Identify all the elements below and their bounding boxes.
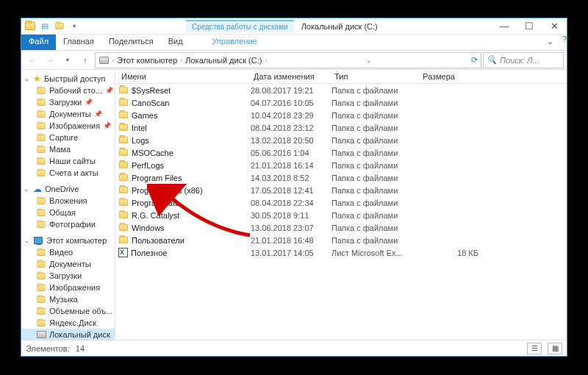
refresh-icon[interactable]: ⟳ [471, 55, 478, 65]
file-date: 13.01.2017 14:05 [251, 249, 331, 257]
column-header-date[interactable]: Дата изменения [251, 72, 331, 81]
file-type: Папка с файлами [331, 149, 420, 157]
file-row[interactable]: $SysReset 28.08.2017 19:21 Папка с файла… [115, 84, 567, 96]
sidebar-item[interactable]: Загрузки [21, 270, 115, 282]
sidebar-item[interactable]: Локальный диск [21, 329, 115, 340]
minimize-button[interactable]: ― [492, 18, 517, 35]
folder-icon [36, 271, 46, 281]
sidebar-item-label: Документы [49, 260, 91, 268]
sidebar-header-quickaccess[interactable]: ⌄ ★ Быстрый доступ [21, 73, 115, 85]
sidebar-label: OneDrive [45, 185, 79, 193]
title-bar: ▤ ▾ Средства работы с дисками Локальный … [21, 18, 567, 35]
file-date: 28.08.2017 19:21 [251, 86, 331, 95]
file-date: 13.06.2018 23:07 [251, 224, 331, 232]
sidebar-item[interactable]: Загрузки📌 [21, 96, 115, 108]
file-type: Папка с файлами [331, 224, 420, 232]
file-name: Program Files (x86) [132, 186, 203, 195]
file-row[interactable]: CanoScan 04.07.2016 10:05 Папка с файлам… [115, 96, 567, 109]
sidebar-item[interactable]: Рабочий сто...📌 [21, 85, 115, 96]
contextual-tab-group: Средства работы с дисками [186, 20, 294, 32]
sidebar-item[interactable]: Документы [21, 258, 115, 270]
tab-home[interactable]: Главная [56, 35, 101, 50]
address-bar[interactable]: › Этот компьютер › Локальный диск (C:) ›… [95, 52, 481, 68]
file-type: Папка с файлами [331, 186, 420, 195]
sidebar-item[interactable]: Общая [21, 207, 115, 218]
app-icon [24, 21, 36, 32]
sidebar-item[interactable]: Счета и акты [21, 167, 115, 179]
sidebar-item[interactable]: Наши сайты [21, 155, 115, 167]
tab-manage[interactable]: Управление [205, 35, 265, 50]
status-count-label: Элементов: [26, 344, 70, 353]
sidebar-item-label: Музыка [49, 295, 78, 304]
folder-icon [36, 156, 46, 166]
folder-icon [119, 137, 128, 143]
sidebar-header-onedrive[interactable]: ⌄ ☁ OneDrive [21, 183, 115, 195]
file-row[interactable]: MSOCache 05.06.2016 1:04 Папка с файлами [115, 146, 567, 159]
view-details-button[interactable]: ☰ [527, 343, 542, 354]
excel-icon [118, 248, 128, 257]
sidebar-item[interactable]: Музыка [21, 293, 115, 305]
breadcrumb-drive[interactable]: Локальный диск (C:) [185, 56, 262, 65]
pin-icon: 📌 [103, 122, 111, 129]
file-list[interactable]: $SysReset 28.08.2017 19:21 Папка с файла… [115, 84, 567, 340]
column-header-name[interactable]: Имени [118, 72, 251, 81]
folder-icon [119, 124, 128, 131]
sidebar-item[interactable]: Яндекс.Диск [21, 317, 115, 329]
sidebar-item[interactable]: Изображения [21, 282, 115, 293]
nav-forward-button[interactable]: → [42, 52, 58, 68]
sidebar-item[interactable]: Видео [21, 246, 115, 258]
address-dropdown-icon[interactable]: ⌄ [366, 57, 372, 64]
folder-icon [119, 149, 128, 156]
file-row[interactable]: Intel 08.04.2018 23:12 Папка с файлами [115, 121, 567, 134]
file-row[interactable]: Windows 13.06.2018 23:07 Папка с файлами [115, 221, 567, 234]
sidebar-item-label: Изображения [49, 283, 100, 292]
close-button[interactable]: ✕ [542, 18, 567, 35]
chevron-right-icon[interactable]: › [180, 57, 182, 64]
sidebar-item[interactable]: Вложения [21, 195, 115, 207]
sidebar-item[interactable]: Фотографии [21, 218, 115, 230]
breadcrumb-thispc[interactable]: Этот компьютер [117, 56, 177, 65]
chevron-right-icon[interactable]: › [265, 57, 267, 64]
qat-newfolder-icon[interactable] [54, 21, 65, 32]
nav-recent-dropdown[interactable]: ▾ [60, 52, 76, 68]
file-row[interactable]: Полезное 13.01.2017 14:05 Лист Microsoft… [115, 246, 567, 259]
sidebar-item[interactable]: Capture [21, 132, 115, 143]
qat-dropdown-icon[interactable]: ▾ [68, 21, 80, 32]
sidebar-item-label: Мама [49, 145, 71, 154]
file-row[interactable]: Program Files 14.03.2018 8:52 Папка с фа… [115, 171, 567, 184]
file-type: Папка с файлами [331, 99, 420, 107]
tab-view[interactable]: Вид [161, 35, 190, 50]
file-row[interactable]: Пользователи 21.01.2018 16:48 Папка с фа… [115, 234, 567, 246]
file-date: 04.07.2016 10:05 [251, 99, 331, 107]
folder-icon [36, 168, 46, 178]
column-header-size[interactable]: Размера [420, 72, 478, 81]
ribbon-expand-button[interactable]: ⌄ [541, 35, 559, 50]
qat-properties-icon[interactable]: ▤ [39, 21, 51, 32]
sidebar-item[interactable]: Мама [21, 143, 115, 155]
sidebar-header-thispc[interactable]: ⌄ Этот компьютер [21, 235, 115, 246]
column-header-type[interactable]: Тип [331, 72, 420, 81]
sidebar-item[interactable]: Документы📌 [21, 108, 115, 120]
help-icon[interactable]: ? [562, 35, 567, 50]
sidebar-item-label: Фотографии [49, 220, 96, 229]
file-row[interactable]: Logs 13.02.2018 20:50 Папка с файлами [115, 134, 567, 146]
search-input[interactable]: 🔍 Поиск: Л... [483, 52, 564, 68]
address-row: ← → ▾ ↑ › Этот компьютер › Локальный дис… [21, 51, 567, 70]
file-row[interactable]: PerfLogs 21.01.2018 16:14 Папка с файлам… [115, 159, 567, 171]
file-date: 14.03.2018 8:52 [251, 174, 331, 182]
file-row[interactable]: R.G. Catalyst 30.05.2018 9:11 Папка с фа… [115, 209, 567, 221]
nav-back-button[interactable]: ← [24, 52, 40, 68]
chevron-right-icon[interactable]: › [112, 57, 114, 64]
view-icons-button[interactable]: ▦ [548, 343, 562, 354]
file-row[interactable]: Games 10.04.2018 23:29 Папка с файлами [115, 109, 567, 121]
sidebar-item[interactable]: Изображения📌 [21, 120, 115, 132]
sidebar-item[interactable]: Объемные объ... [21, 305, 115, 317]
file-row[interactable]: ProgramData 08.04.2018 22:34 Папка с фай… [115, 196, 567, 209]
file-date: 21.01.2018 16:48 [251, 236, 331, 245]
tab-share[interactable]: Поделиться [101, 35, 161, 50]
tab-file[interactable]: Файл [21, 35, 56, 50]
file-row[interactable]: Program Files (x86) 17.05.2018 12:41 Пап… [115, 184, 567, 196]
nav-up-button[interactable]: ↑ [77, 52, 93, 68]
maximize-button[interactable]: ☐ [517, 18, 542, 35]
folder-icon [119, 174, 128, 181]
